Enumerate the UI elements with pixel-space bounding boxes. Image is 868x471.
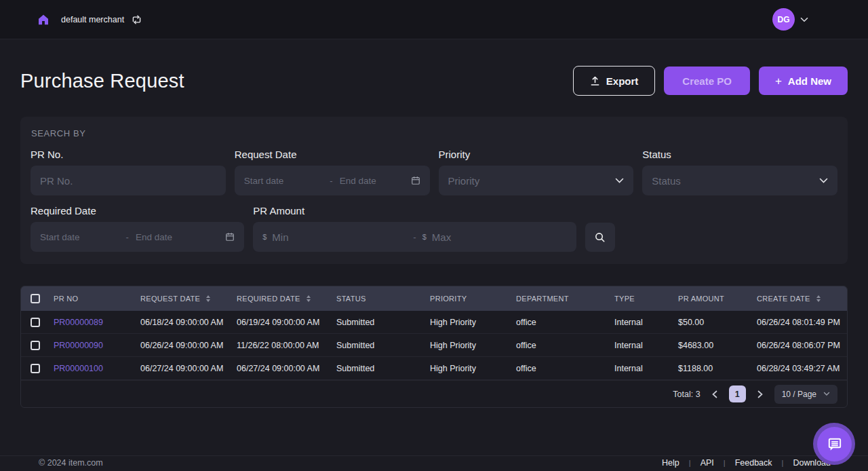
sort-icon[interactable] <box>307 295 311 302</box>
add-new-button[interactable]: + Add New <box>759 67 848 95</box>
merchant-name: default merchant <box>61 15 124 24</box>
merchant-switcher[interactable]: default merchant <box>61 14 142 25</box>
request-date-label: Request Date <box>235 149 430 160</box>
priority-placeholder: Priority <box>448 175 480 187</box>
cell-priority: High Priority <box>430 318 516 327</box>
row-checkbox[interactable] <box>31 364 40 373</box>
select-all-checkbox[interactable] <box>31 294 40 303</box>
column-header-pr-amount: PR AMOUNT <box>678 295 757 303</box>
user-menu-chevron-down-icon <box>800 17 808 22</box>
range-separator: - <box>126 232 129 242</box>
cell-request-date: 06/26/24 09:00:00 AM <box>140 341 237 350</box>
create-po-button[interactable]: Create PO <box>664 67 750 95</box>
cell-pr-amount: $50.00 <box>678 318 757 327</box>
column-header-create-date: CREATE DATE <box>757 295 847 303</box>
column-header-required-date: REQUIRED DATE <box>237 295 336 303</box>
cell-status: Submitted <box>336 364 430 373</box>
table-row: PR00000100 06/27/24 09:00:00 AM 06/27/24… <box>21 357 847 380</box>
range-separator: - <box>330 176 332 186</box>
previous-page-button[interactable] <box>711 389 719 400</box>
chat-widget-button[interactable] <box>813 423 855 465</box>
chevron-right-icon <box>757 390 763 398</box>
calendar-icon <box>225 232 235 242</box>
request-date-range-picker[interactable]: Start date - End date <box>235 166 430 195</box>
cell-priority: High Priority <box>430 364 516 373</box>
cell-department: office <box>516 341 614 350</box>
topbar: default merchant DG <box>0 0 868 39</box>
request-date-end-placeholder[interactable]: End date <box>340 176 376 186</box>
pr-number-link[interactable]: PR00000089 <box>54 318 103 327</box>
field-pr-no: PR No. <box>31 149 226 195</box>
footer-link-api[interactable]: API <box>701 458 714 468</box>
home-icon <box>37 13 50 26</box>
home-button[interactable] <box>37 13 50 26</box>
chevron-left-icon <box>712 390 717 398</box>
sort-icon[interactable] <box>816 295 821 302</box>
cell-pr-amount: $1188.00 <box>678 364 757 373</box>
page-number-button[interactable]: 1 <box>729 385 746 402</box>
row-checkbox[interactable] <box>31 318 40 327</box>
cell-department: office <box>516 318 614 327</box>
pr-amount-min-input[interactable] <box>272 231 407 243</box>
cell-department: office <box>516 364 614 373</box>
footer-link-separator: | <box>689 459 691 467</box>
cell-create-date: 06/26/24 08:01:49 PM <box>757 318 847 327</box>
priority-select[interactable]: Priority <box>439 166 634 195</box>
field-required-date: Required Date Start date - End date <box>31 205 244 252</box>
column-header-pr-no: PR NO <box>54 295 140 303</box>
field-pr-amount: PR Amount $ - $ <box>253 205 576 252</box>
sort-icon[interactable] <box>206 295 210 302</box>
required-date-label: Required Date <box>31 205 244 216</box>
priority-chevron-down-icon <box>615 178 624 183</box>
avatar[interactable]: DG <box>772 8 795 31</box>
status-select[interactable]: Status <box>642 166 837 195</box>
currency-symbol: $ <box>422 233 427 241</box>
search-by-heading: SEARCH BY <box>31 128 837 138</box>
cell-request-date: 06/18/24 09:00:00 AM <box>140 318 237 327</box>
cell-type: Internal <box>614 341 678 350</box>
page-size-chevron-down-icon <box>823 392 830 396</box>
amount-separator: - <box>413 232 416 242</box>
export-button[interactable]: Export <box>573 66 656 96</box>
cell-required-date: 06/19/24 09:00:00 AM <box>237 318 336 327</box>
calendar-icon <box>411 176 420 185</box>
footer-links: Help|API|Feedback|Download <box>662 458 831 468</box>
add-new-button-label: Add New <box>788 75 831 87</box>
required-date-range-picker[interactable]: Start date - End date <box>31 222 244 252</box>
pr-amount-max-input[interactable] <box>432 231 567 243</box>
column-header-request-date: REQUEST DATE <box>140 295 237 303</box>
cell-create-date: 06/28/24 03:49:27 AM <box>757 364 847 373</box>
search-icon <box>594 231 606 243</box>
page-header: Purchase Request Export Create PO + Add … <box>20 66 848 96</box>
page-size-select[interactable]: 10 / Page <box>774 385 837 404</box>
row-checkbox[interactable] <box>31 341 40 350</box>
status-chevron-down-icon <box>819 178 828 183</box>
search-panel: SEARCH BY PR No. Request Date Start date… <box>20 117 848 264</box>
pr-number-link[interactable]: PR00000090 <box>54 341 103 350</box>
table-header-row: PR NO REQUEST DATE REQUIRED DATE STATUS … <box>21 286 847 311</box>
user-menu[interactable]: DG <box>772 8 808 31</box>
status-label: Status <box>642 149 837 160</box>
cell-request-date: 06/27/24 09:00:00 AM <box>140 364 237 373</box>
footer-link-help[interactable]: Help <box>662 458 679 468</box>
pagination: Total: 3 1 10 / Page <box>21 380 847 407</box>
cell-status: Submitted <box>336 318 430 327</box>
next-page-button[interactable] <box>756 389 764 400</box>
cell-create-date: 06/26/24 08:06:07 PM <box>757 341 847 350</box>
search-button[interactable] <box>585 223 615 252</box>
cell-required-date: 11/26/22 08:00:00 AM <box>237 341 336 350</box>
cell-pr-amount: $4683.00 <box>678 341 757 350</box>
required-date-end-placeholder[interactable]: End date <box>136 232 172 242</box>
table-body: PR00000089 06/18/24 09:00:00 AM 06/19/24… <box>21 311 847 380</box>
pagination-total: Total: 3 <box>673 390 700 399</box>
pr-no-input[interactable] <box>31 166 226 195</box>
request-date-start-placeholder[interactable]: Start date <box>244 176 284 186</box>
pr-number-link[interactable]: PR00000100 <box>54 364 103 373</box>
chat-icon <box>825 435 844 453</box>
cell-status: Submitted <box>336 341 430 350</box>
footer-link-feedback[interactable]: Feedback <box>735 458 772 468</box>
column-header-status: STATUS <box>336 295 430 303</box>
table-row: PR00000089 06/18/24 09:00:00 AM 06/19/24… <box>21 311 847 334</box>
switch-merchant-icon <box>131 14 142 25</box>
required-date-start-placeholder[interactable]: Start date <box>40 232 80 242</box>
